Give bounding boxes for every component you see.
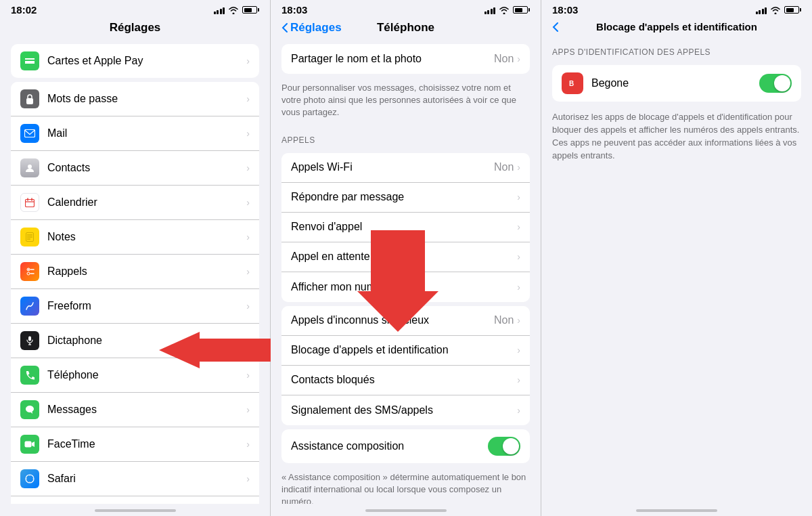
dictaphone-icon xyxy=(20,331,39,350)
cartes-icon xyxy=(20,51,39,70)
contacts-icon xyxy=(20,158,39,177)
safari-icon xyxy=(20,469,39,488)
nav-header-2: Réglages Téléphone xyxy=(271,18,541,40)
row-mail[interactable]: Mail › xyxy=(11,116,259,151)
calendrier-label: Calendrier xyxy=(47,196,246,209)
battery-icon xyxy=(242,6,259,14)
row-assistance[interactable]: Assistance composition xyxy=(281,429,530,463)
messages-label: Messages xyxy=(47,404,246,416)
status-icons-3 xyxy=(756,6,802,14)
safari-label: Safari xyxy=(47,473,246,485)
wifi-label: Appels Wi-Fi xyxy=(291,161,494,173)
wifi-icon xyxy=(499,6,510,14)
svg-marker-27 xyxy=(159,332,271,368)
chevron-icon: › xyxy=(517,192,520,202)
status-bar-3: 18:03 xyxy=(541,0,812,18)
row-bloques[interactable]: Contacts bloqués › xyxy=(281,366,530,395)
page-title-2: Téléphone xyxy=(377,21,434,35)
chevron-icon: › xyxy=(246,473,250,484)
facetime-label: FaceTime xyxy=(47,438,246,450)
notes-icon xyxy=(20,228,39,246)
assistance-label: Assistance composition xyxy=(291,440,488,452)
row-safari[interactable]: Safari › xyxy=(11,462,259,496)
row-calendrier[interactable]: Calendrier › xyxy=(11,186,259,220)
mail-label: Mail xyxy=(47,127,246,139)
row-blocage[interactable]: Blocage d'appels et identification › xyxy=(281,336,530,366)
begone-app-icon: B xyxy=(562,72,583,94)
svg-marker-28 xyxy=(357,230,438,332)
chevron-icon: › xyxy=(246,93,250,104)
assistance-toggle[interactable] xyxy=(488,437,520,456)
chevron-icon: › xyxy=(517,315,520,326)
blocage-label: Blocage d'appels et identification xyxy=(291,344,517,356)
row-notes[interactable]: Notes › xyxy=(11,220,259,255)
row-begone[interactable]: B Begone xyxy=(552,65,801,102)
page-title-3: Blocage d'appels et identification xyxy=(596,21,757,33)
signal-icon xyxy=(214,6,225,14)
row-repondre[interactable]: Répondre par message › xyxy=(281,183,530,213)
chevron-icon: › xyxy=(246,301,250,311)
row-contacts[interactable]: Contacts › xyxy=(11,151,259,186)
svg-rect-1 xyxy=(25,130,35,137)
chevron-icon: › xyxy=(517,405,520,416)
row-mdp[interactable]: Mots de passe › xyxy=(11,82,259,116)
row-share[interactable]: Partager le nom et la photo Non › xyxy=(281,44,530,74)
row-messages[interactable]: Messages › xyxy=(11,393,259,427)
panel-reglages: 18:02 xyxy=(0,0,271,516)
home-indicator-2 xyxy=(271,504,541,516)
svg-rect-19 xyxy=(25,442,32,448)
row-rappels[interactable]: Rappels › xyxy=(11,255,259,289)
chevron-icon: › xyxy=(246,128,250,139)
chevron-icon: › xyxy=(517,345,520,356)
facetime-icon xyxy=(20,435,39,454)
time-3: 18:03 xyxy=(552,4,578,16)
chevron-icon: › xyxy=(246,266,250,277)
apps-description: Autorisez les apps de blocage d'appels e… xyxy=(541,106,812,171)
begone-toggle[interactable] xyxy=(759,74,792,93)
status-bar-1: 18:02 xyxy=(0,0,270,18)
begone-label: Begone xyxy=(591,77,759,89)
wifi-value: Non xyxy=(494,161,514,173)
status-icons-1 xyxy=(214,6,260,14)
row-bourse[interactable]: Bourse › xyxy=(11,496,259,504)
signal-icon xyxy=(756,6,767,14)
svg-rect-16 xyxy=(28,337,31,341)
share-value: Non xyxy=(494,53,514,65)
chevron-icon: › xyxy=(517,282,520,293)
battery-icon xyxy=(513,6,530,14)
share-section: Partager le nom et la photo Non › xyxy=(281,44,530,74)
svg-point-2 xyxy=(28,165,32,169)
home-indicator-1 xyxy=(0,504,270,516)
wifi-icon xyxy=(228,6,239,14)
svg-rect-0 xyxy=(26,98,33,104)
row-facetime[interactable]: FaceTime › xyxy=(11,427,259,462)
page-title-1: Réglages xyxy=(0,18,270,40)
settings-list-1: Cartes et Apple Pay › Mots de passe › xyxy=(0,40,270,504)
notes-label: Notes xyxy=(47,231,246,243)
row-freeform[interactable]: Freeform › xyxy=(11,289,259,324)
signal-icon xyxy=(484,6,496,14)
red-arrow-down xyxy=(357,230,438,332)
bloques-label: Contacts bloqués xyxy=(291,374,517,386)
status-icons-2 xyxy=(484,6,531,14)
chevron-icon: › xyxy=(246,439,250,450)
chevron-icon: › xyxy=(517,162,520,173)
chevron-icon: › xyxy=(517,53,520,64)
settings-section-1: Cartes et Apple Pay › xyxy=(11,44,259,78)
chevron-icon: › xyxy=(246,370,250,381)
row-signalement[interactable]: Signalement des SMS/appels › xyxy=(281,395,530,425)
svg-rect-3 xyxy=(26,200,35,207)
back-button-2[interactable]: Réglages xyxy=(281,21,342,35)
section-label-apps: APPS D'IDENTIFICATION DES APPELS xyxy=(541,38,812,61)
svg-point-12 xyxy=(27,272,30,275)
freeform-icon xyxy=(20,297,39,316)
battery-icon xyxy=(784,6,801,14)
nav-header-3: Blocage d'appels et identification xyxy=(541,18,812,38)
back-button-3[interactable] xyxy=(552,22,559,33)
row-wifi[interactable]: Appels Wi-Fi Non › xyxy=(281,153,530,183)
row-cartes[interactable]: Cartes et Apple Pay › xyxy=(11,44,259,78)
chevron-icon: › xyxy=(517,221,520,232)
chevron-icon: › xyxy=(517,374,520,385)
svg-point-13 xyxy=(28,269,29,270)
share-label: Partager le nom et la photo xyxy=(291,53,494,65)
